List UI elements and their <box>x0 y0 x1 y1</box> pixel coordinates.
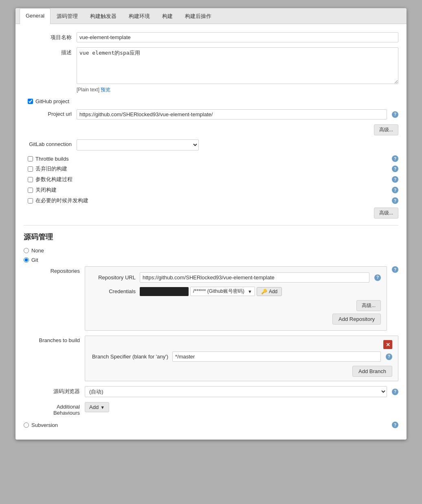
branches-row: Branches to build ✕ Branch Specifier (bl… <box>32 336 398 381</box>
advanced-btn-2[interactable]: 高级... <box>374 208 398 219</box>
tab-source-mgmt[interactable]: 源码管理 <box>51 8 84 24</box>
credentials-row: Credentials /****** (Github账号密码) ▼ 🔑 <box>91 287 381 296</box>
branch-specifier-label: Branch Specifier (blank for 'any') <box>91 354 172 360</box>
parameterize-help-icon: ? <box>392 176 398 183</box>
disable-build-help-icon: ? <box>392 187 398 193</box>
project-name-row: 项目名称 <box>24 32 398 42</box>
subversion-radio[interactable] <box>24 422 29 428</box>
concurrent-row: 在必要的时候并发构建 ? <box>28 197 398 204</box>
branches-label: Branches to build <box>32 336 85 343</box>
disable-build-checkbox[interactable] <box>28 188 33 193</box>
description-textarea[interactable]: vue element的spa应用 <box>77 47 398 84</box>
source-browser-row: 源码浏览器 (自动) ? <box>32 386 398 397</box>
git-label: Git <box>31 257 38 263</box>
add-credentials-btn[interactable]: 🔑 Add <box>257 287 282 296</box>
branch-specifier-help-icon: ? <box>386 354 392 360</box>
gitlab-label: GitLab connection <box>24 139 77 147</box>
throttle-builds-label: Throttle builds <box>35 156 69 162</box>
git-radio[interactable] <box>24 257 29 263</box>
gitlab-row: GitLab connection <box>24 139 398 150</box>
github-project-label: GitHub project <box>35 98 69 104</box>
cred-dropdown-arrow-icon: ▼ <box>248 289 252 294</box>
discard-old-checkbox[interactable] <box>28 166 33 172</box>
cred-select-text[interactable]: /****** (Github账号密码) ▼ <box>190 287 255 296</box>
tabs-bar: General 源码管理 构建触发器 构建环境 构建 构建后操作 <box>15 8 407 24</box>
discard-old-row: 丢弃旧的构建 ? <box>28 165 398 172</box>
project-name-label: 项目名称 <box>24 32 77 41</box>
project-url-input[interactable] <box>77 109 387 119</box>
throttle-builds-help-icon: ? <box>392 155 398 162</box>
project-name-control <box>77 32 398 42</box>
source-mgmt-title: 源码管理 <box>24 232 398 242</box>
credentials-control: /****** (Github账号密码) ▼ 🔑 Add <box>140 287 381 296</box>
branch-specifier-control: ? <box>172 351 392 362</box>
content-area: 项目名称 描述 vue element的spa应用 [Plain text] 预… <box>15 24 407 440</box>
source-browser-help-icon: ? <box>392 389 398 395</box>
subversion-row: Subversion ? <box>24 422 398 428</box>
advanced-btn-1[interactable]: 高级... <box>374 124 398 135</box>
repo-box: Repository URL ? Credentials <box>85 266 387 331</box>
none-radio-row: None <box>24 248 398 254</box>
project-url-row: Project url ? <box>24 109 398 119</box>
branches-box: ✕ Branch Specifier (blank for 'any') ? A… <box>85 336 398 381</box>
concurrent-label: 在必要的时候并发构建 <box>35 197 88 204</box>
parameterize-checkbox[interactable] <box>28 177 33 182</box>
preview-link[interactable]: 预览 <box>101 87 110 93</box>
throttle-builds-row: Throttle builds ? <box>28 155 398 162</box>
add-branch-row: Add Branch <box>91 366 392 377</box>
tab-general[interactable]: General <box>20 8 51 24</box>
description-control: vue element的spa应用 [Plain text] 预览 <box>77 47 398 93</box>
add-behaviour-arrow-icon: ▼ <box>100 405 105 410</box>
description-label: 描述 <box>24 47 77 56</box>
repo-advanced-btn[interactable]: 高级... <box>356 300 381 311</box>
branch-remove-btn[interactable]: ✕ <box>383 340 392 349</box>
repo-url-input[interactable] <box>140 272 369 283</box>
description-row: 描述 vue element的spa应用 [Plain text] 预览 <box>24 47 398 93</box>
project-url-label: Project url <box>24 109 77 117</box>
checkboxes-section: Throttle builds ? 丢弃旧的构建 ? <box>28 155 398 204</box>
repo-url-help-icon: ? <box>374 274 381 281</box>
repositories-control: Repository URL ? Credentials <box>85 266 398 331</box>
repositories-row: Repositories Repository URL ? Credential… <box>32 266 398 331</box>
tab-build-env[interactable]: 构建环境 <box>123 8 156 24</box>
additional-behaviours-label: Additional Behaviours <box>32 402 85 416</box>
parameterize-label: 参数化构建过程 <box>35 176 73 183</box>
source-browser-select[interactable]: (自动) <box>85 386 387 397</box>
plain-text-note: [Plain text] 预览 <box>77 86 398 93</box>
concurrent-help-icon: ? <box>392 197 398 204</box>
add-behaviour-btn[interactable]: Add ▼ <box>85 402 109 412</box>
branch-specifier-row: Branch Specifier (blank for 'any') ? <box>91 351 392 362</box>
gitlab-select[interactable] <box>77 139 199 150</box>
tab-post-build[interactable]: 构建后操作 <box>179 8 218 24</box>
branch-specifier-input[interactable] <box>172 351 381 362</box>
concurrent-checkbox[interactable] <box>28 198 33 203</box>
none-label: None <box>31 248 44 254</box>
additional-behaviours-row: Additional Behaviours Add ▼ <box>32 402 398 416</box>
add-branch-btn[interactable]: Add Branch <box>352 366 392 377</box>
repo-url-row: Repository URL ? <box>91 272 381 283</box>
discard-old-help-icon: ? <box>392 166 398 172</box>
repositories-label: Repositories <box>32 266 85 274</box>
repo-url-control: ? <box>140 272 381 283</box>
source-browser-control: (自动) ? <box>85 386 398 397</box>
credentials-label: Credentials <box>91 288 140 294</box>
branches-control: ✕ Branch Specifier (blank for 'any') ? A… <box>85 336 398 381</box>
key-icon: 🔑 <box>261 289 267 294</box>
project-url-control: ? <box>77 109 398 119</box>
gitlab-control <box>77 139 398 150</box>
add-repository-btn[interactable]: Add Repository <box>332 314 381 325</box>
repo-url-label: Repository URL <box>91 274 140 281</box>
branch-x-row: ✕ <box>91 340 392 349</box>
add-repository-row: Add Repository <box>91 314 381 325</box>
throttle-builds-checkbox[interactable] <box>28 156 33 161</box>
project-url-help-icon: ? <box>392 111 398 118</box>
project-name-input[interactable] <box>77 32 398 42</box>
subversion-label: Subversion <box>31 422 58 428</box>
none-radio[interactable] <box>24 248 29 253</box>
source-browser-label: 源码浏览器 <box>32 386 85 395</box>
tab-build[interactable]: 构建 <box>156 8 179 24</box>
github-project-checkbox[interactable] <box>28 99 33 104</box>
additional-behaviours-control: Add ▼ <box>85 402 398 412</box>
parameterize-row: 参数化构建过程 ? <box>28 176 398 183</box>
tab-build-trigger[interactable]: 构建触发器 <box>84 8 123 24</box>
